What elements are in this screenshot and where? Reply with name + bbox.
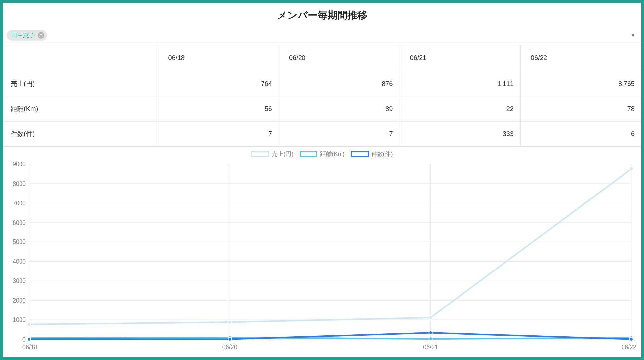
table-cell: 6 <box>521 122 642 147</box>
svg-text:06/20: 06/20 <box>222 344 237 351</box>
row-label: 距離(Km) <box>3 96 158 122</box>
svg-text:4000: 4000 <box>13 258 26 265</box>
svg-point-37 <box>228 337 231 341</box>
legend-item-distance[interactable]: 距離(Km) <box>300 150 345 158</box>
svg-text:06/21: 06/21 <box>423 344 438 351</box>
svg-point-39 <box>630 337 633 341</box>
legend-label: 売上(円) <box>272 150 294 158</box>
table-cell: 7 <box>279 122 400 147</box>
svg-text:7000: 7000 <box>13 199 26 207</box>
line-chart[interactable]: 010002000300040005000600070008000900006/… <box>6 161 638 354</box>
svg-text:3000: 3000 <box>13 277 26 284</box>
table-cell: 22 <box>400 96 521 122</box>
svg-text:2000: 2000 <box>13 297 26 304</box>
table-cell: 876 <box>279 71 400 96</box>
legend-item-count[interactable]: 件数(件) <box>351 150 393 158</box>
svg-point-34 <box>429 337 432 341</box>
legend-label: 距離(Km) <box>320 150 345 158</box>
data-table: 06/18 06/20 06/21 06/22 売上(円) 764 876 1,… <box>3 45 641 147</box>
table-header-row: 06/18 06/20 06/21 06/22 <box>3 45 641 71</box>
main-panel: メンバー毎期間推移 田中恵子 ▼ 06/18 06/20 06/21 06/22… <box>3 3 641 357</box>
table-row-distance: 距離(Km) 56 89 22 78 <box>3 96 641 122</box>
table-cell: 78 <box>521 96 642 122</box>
table-date-header: 06/20 <box>279 45 400 71</box>
svg-text:8000: 8000 <box>13 180 26 187</box>
chart-area: 売上(円) 距離(Km) 件数(件) 010002000300040005000… <box>3 147 641 357</box>
table-cell: 764 <box>158 71 279 96</box>
svg-text:0: 0 <box>22 336 26 343</box>
member-filter-bar[interactable]: 田中恵子 ▼ <box>3 30 641 45</box>
svg-point-30 <box>429 316 432 319</box>
legend-item-sales[interactable]: 売上(円) <box>251 150 294 158</box>
table-date-header: 06/22 <box>521 45 642 71</box>
page-title: メンバー毎期間推移 <box>3 3 641 30</box>
legend-label: 件数(件) <box>371 150 393 158</box>
svg-point-38 <box>429 331 432 335</box>
table-date-header: 06/21 <box>400 45 521 71</box>
legend-swatch <box>300 151 317 157</box>
table-date-header: 06/18 <box>158 45 279 71</box>
member-chip[interactable]: 田中恵子 <box>7 30 47 41</box>
table-corner-cell <box>3 45 158 71</box>
chevron-down-icon[interactable]: ▼ <box>631 33 635 38</box>
table-row-sales: 売上(円) 764 876 1,111 8,765 <box>3 71 641 96</box>
close-icon[interactable] <box>38 32 44 39</box>
svg-point-36 <box>27 337 31 341</box>
svg-text:5000: 5000 <box>13 238 26 245</box>
table-cell: 56 <box>158 96 279 122</box>
svg-point-31 <box>630 167 633 170</box>
table-cell: 8,765 <box>521 71 642 96</box>
svg-text:9000: 9000 <box>13 161 26 168</box>
svg-text:06/22: 06/22 <box>622 344 636 351</box>
table-cell: 7 <box>158 122 279 147</box>
table-row-count: 件数(件) 7 7 333 6 <box>3 122 641 147</box>
table-cell: 333 <box>400 122 521 147</box>
row-label: 件数(件) <box>3 122 158 147</box>
chart-legend: 売上(円) 距離(Km) 件数(件) <box>6 149 638 161</box>
svg-text:06/18: 06/18 <box>22 344 37 351</box>
svg-text:1000: 1000 <box>13 316 26 323</box>
row-label: 売上(円) <box>3 71 158 96</box>
svg-text:6000: 6000 <box>13 219 26 226</box>
table-cell: 89 <box>279 96 400 122</box>
svg-point-29 <box>228 320 231 324</box>
legend-swatch <box>251 151 269 157</box>
table-cell: 1,111 <box>400 71 521 96</box>
svg-point-28 <box>27 322 31 326</box>
member-chip-label: 田中恵子 <box>11 31 35 39</box>
legend-swatch <box>351 151 369 157</box>
